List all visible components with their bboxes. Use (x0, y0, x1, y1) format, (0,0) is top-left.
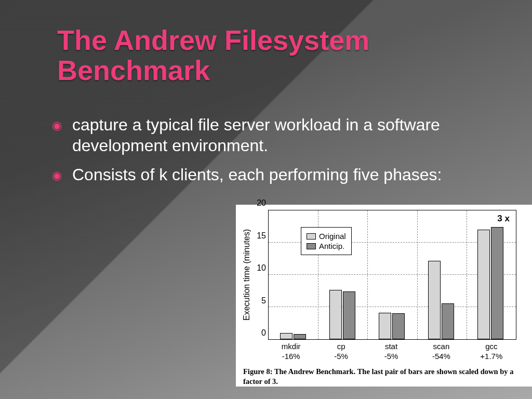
legend-item: Anticip. (307, 242, 346, 250)
bar-group (467, 210, 516, 339)
figure-caption: Figure 8: The Andrew Benchmark. The last… (241, 367, 527, 387)
bullet-dot-icon: ◉ (52, 165, 62, 186)
chart-plot: 3 x Original Anticip. (268, 210, 516, 340)
bar-anticip (392, 313, 405, 339)
x-label: cp -5% (316, 340, 366, 362)
bar-original (329, 290, 342, 339)
bullet-text: Consists of k clients, each performing f… (72, 164, 442, 186)
bar-anticip (294, 334, 306, 339)
bar-original (428, 261, 441, 339)
bar-anticip (491, 227, 503, 339)
chart-y-axis-label: Execution time (minutes) (241, 210, 252, 340)
bar-anticip (343, 291, 355, 339)
y-tick: 10 (257, 263, 266, 273)
slide: The Andrew Filesystem Benchmark ◉ captur… (0, 0, 532, 399)
x-label: stat -5% (366, 340, 416, 362)
legend-swatch-icon (307, 243, 316, 249)
bar-group (367, 210, 417, 339)
bullet-dot-icon: ◉ (52, 115, 62, 156)
chart-annotation: 3 x (497, 214, 510, 224)
y-tick: 0 (261, 328, 266, 338)
bar-original (280, 333, 292, 339)
bullet-text: capture a typical file server workload i… (72, 114, 478, 156)
y-tick: 15 (257, 231, 266, 241)
x-label: scan -54% (416, 340, 466, 362)
chart-y-axis: 0 5 10 15 20 (252, 210, 268, 340)
bar-original (477, 230, 490, 339)
x-label: gcc +1.7% (467, 340, 516, 362)
chart-x-labels: mkdir -16% cp -5% stat -5% scan -54% gcc… (266, 340, 516, 362)
legend-swatch-icon (307, 233, 316, 240)
bar-anticip (442, 303, 454, 339)
chart-legend: Original Anticip. (301, 227, 352, 255)
bar-original (379, 313, 391, 339)
legend-item: Original (307, 232, 346, 241)
bar-group (417, 210, 467, 339)
bullet-item: ◉ Consists of k clients, each performing… (52, 164, 478, 186)
chart-area: Execution time (minutes) 0 5 10 15 20 (241, 210, 527, 340)
slide-title: The Andrew Filesystem Benchmark (57, 25, 473, 86)
x-label: mkdir -16% (266, 340, 316, 362)
y-tick: 20 (257, 198, 266, 208)
bullet-item: ◉ capture a typical file server workload… (52, 114, 478, 156)
legend-label: Original (319, 232, 346, 241)
legend-label: Anticip. (319, 242, 344, 250)
slide-body: ◉ capture a typical file server workload… (52, 114, 478, 194)
y-tick: 5 (261, 296, 266, 305)
chart-figure: Execution time (minutes) 0 5 10 15 20 (236, 205, 532, 387)
